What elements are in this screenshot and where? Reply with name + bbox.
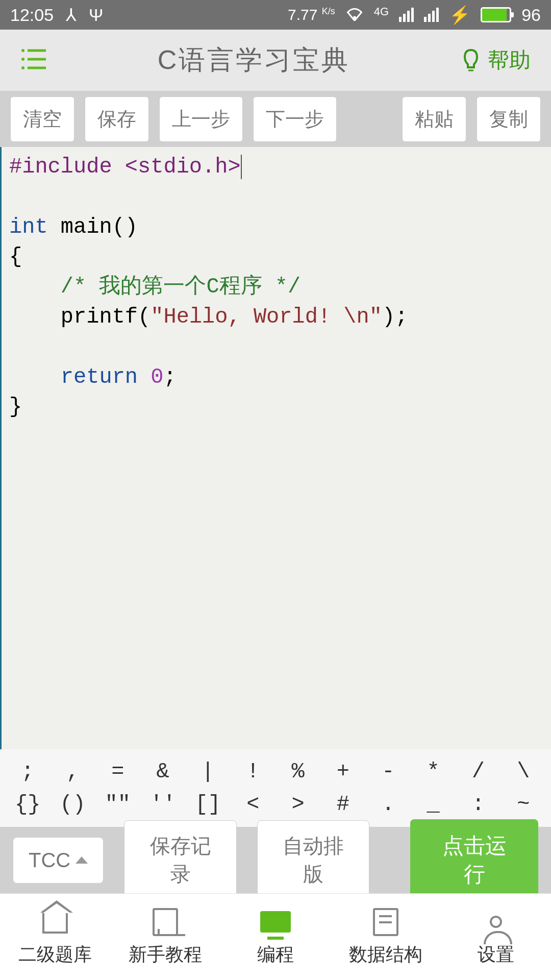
symbol-key[interactable]: !	[231, 760, 276, 784]
paste-button[interactable]: 粘贴	[402, 96, 466, 142]
symbol-key[interactable]: {}	[5, 792, 50, 817]
symbol-key[interactable]: []	[185, 792, 230, 817]
monitor-icon	[258, 906, 293, 937]
auto-format-button[interactable]: 自动排版	[257, 820, 370, 900]
bulb-icon	[462, 48, 480, 72]
symbol-key[interactable]: &	[140, 760, 185, 784]
symbol-key[interactable]: ()	[50, 792, 95, 817]
help-button[interactable]: 帮助	[462, 46, 531, 75]
battery-percent: 96	[521, 5, 541, 25]
symbol-key[interactable]: >	[276, 792, 320, 817]
symbol-key[interactable]: ,	[50, 760, 95, 784]
symbol-key[interactable]: +	[320, 760, 365, 784]
symbol-key[interactable]: /	[456, 760, 500, 784]
compiler-label: TCC	[29, 849, 70, 872]
signal-icon	[399, 8, 414, 22]
nav-tutorial[interactable]: 新手教程	[110, 894, 220, 980]
save-button[interactable]: 保存	[85, 96, 149, 142]
code-editor[interactable]: #include <stdio.h> int main() { /* 我的第一个…	[0, 147, 551, 749]
symbol-keyboard: ;,=&|!%+-*/\ {}()""''[]<>#._:~	[0, 749, 551, 827]
nav-data-structures[interactable]: 数据结构	[331, 894, 441, 980]
cellular-4g: 4G	[374, 5, 389, 18]
symbol-key[interactable]: <	[231, 792, 276, 817]
battery-icon	[481, 7, 511, 22]
symbol-key[interactable]: ~	[501, 792, 546, 817]
svg-point-4	[21, 49, 24, 52]
bottom-nav: 二级题库 新手教程 编程 数据结构 设置	[0, 893, 551, 980]
network-speed: 7.77 K/s	[288, 6, 335, 23]
symbol-key[interactable]: ''	[140, 792, 185, 817]
symbol-key[interactable]: .	[366, 792, 411, 817]
menu-icon[interactable]	[20, 46, 46, 74]
redo-button[interactable]: 下一步	[253, 96, 337, 142]
symbol-key[interactable]: %	[276, 760, 320, 784]
signal-icon-2	[424, 8, 439, 22]
symbol-key[interactable]: #	[320, 792, 365, 817]
status-bar: 12:05 ⅄ Ψ 7.77 K/s 4G ⚡ 96	[0, 0, 551, 30]
run-button[interactable]: 点击运行	[410, 819, 538, 901]
user-icon	[478, 906, 514, 937]
page-title: C语言学习宝典	[46, 42, 462, 78]
symbol-key[interactable]: ;	[5, 760, 50, 784]
help-label: 帮助	[488, 46, 531, 75]
book-icon	[147, 906, 183, 937]
editor-toolbar: 清空 保存 上一步 下一步 粘贴 复制	[0, 91, 551, 147]
symbol-key[interactable]: ""	[95, 792, 140, 817]
symbol-key[interactable]: *	[411, 760, 456, 784]
symbol-key[interactable]: =	[95, 760, 140, 784]
symbol-key[interactable]: :	[456, 792, 500, 817]
chevron-up-icon	[76, 856, 88, 864]
svg-point-0	[353, 16, 356, 19]
symbol-key[interactable]: |	[185, 760, 230, 784]
copy-button[interactable]: 复制	[477, 96, 541, 142]
compiler-select[interactable]: TCC	[13, 837, 104, 884]
svg-point-6	[21, 66, 24, 69]
nav-exam[interactable]: 二级题库	[0, 894, 110, 980]
app-header: C语言学习宝典 帮助	[0, 30, 551, 91]
save-history-button[interactable]: 保存记录	[124, 820, 237, 900]
symbol-key[interactable]: _	[411, 792, 456, 817]
nav-code[interactable]: 编程	[220, 894, 331, 980]
undo-button[interactable]: 上一步	[159, 96, 243, 142]
symbol-key[interactable]: \	[501, 760, 546, 784]
action-bar: TCC 保存记录 自动排版 点击运行	[0, 827, 551, 893]
nav-settings[interactable]: 设置	[441, 894, 551, 980]
status-time: 12:05	[10, 5, 54, 25]
charging-icon: ⚡	[449, 5, 470, 25]
usb-icon: Ψ	[89, 5, 103, 25]
symbol-key[interactable]: -	[366, 760, 411, 784]
svg-point-5	[21, 58, 24, 61]
share-icon: ⅄	[66, 5, 77, 25]
clear-button[interactable]: 清空	[10, 96, 74, 142]
document-icon	[368, 906, 404, 937]
wifi-icon	[345, 5, 364, 25]
home-icon	[37, 906, 73, 937]
